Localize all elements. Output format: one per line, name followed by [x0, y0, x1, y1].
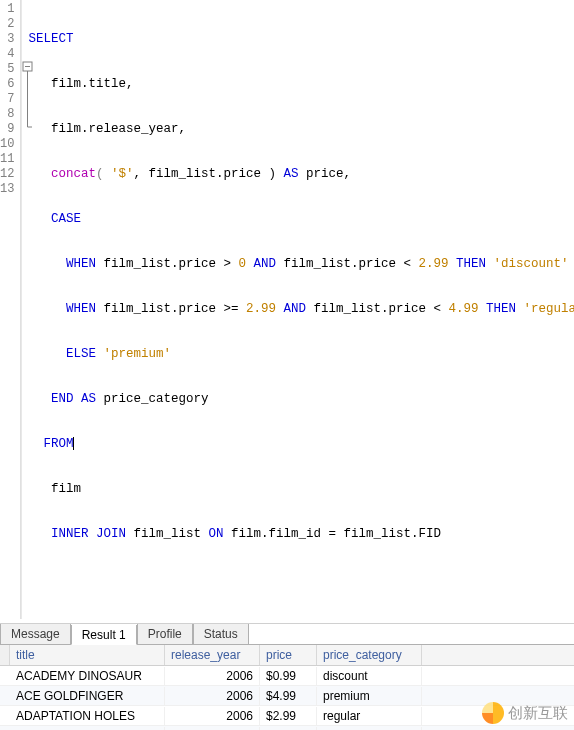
grid-header: title release_year price price_category: [0, 645, 574, 666]
sql-editor[interactable]: 12345678910111213 SELECT film.title, fil…: [0, 0, 574, 619]
cell-title[interactable]: AFFAIR PREJUDICE: [10, 727, 165, 731]
tab-profile[interactable]: Profile: [137, 624, 193, 644]
cell-title[interactable]: ACADEMY DINOSAUR: [10, 667, 165, 685]
cell-year[interactable]: 2006: [165, 727, 260, 731]
tab-message[interactable]: Message: [0, 624, 71, 644]
watermark-icon: [482, 702, 504, 724]
cell-price[interactable]: $2.99: [260, 727, 317, 731]
code-area[interactable]: SELECT film.title, film.release_year, co…: [22, 0, 574, 619]
cell-price[interactable]: $4.99: [260, 687, 317, 705]
cell-year[interactable]: 2006: [165, 667, 260, 685]
line-number-gutter: 12345678910111213: [0, 0, 21, 619]
cell-category[interactable]: regular: [317, 707, 422, 725]
watermark: 创新互联: [482, 702, 568, 724]
cell-category[interactable]: premium: [317, 687, 422, 705]
column-header-release-year[interactable]: release_year: [165, 645, 260, 665]
cell-title[interactable]: ACE GOLDFINGER: [10, 687, 165, 705]
table-row[interactable]: ACADEMY DINOSAUR2006$0.99discount: [0, 666, 574, 686]
cell-year[interactable]: 2006: [165, 687, 260, 705]
row-header-corner: [0, 645, 10, 665]
cell-category[interactable]: discount: [317, 667, 422, 685]
column-header-price-category[interactable]: price_category: [317, 645, 422, 665]
tab-status[interactable]: Status: [193, 624, 249, 644]
fold-gutter[interactable]: [21, 0, 22, 619]
tab-result-1[interactable]: Result 1: [71, 625, 137, 645]
column-header-title[interactable]: title: [10, 645, 165, 665]
cell-title[interactable]: ADAPTATION HOLES: [10, 707, 165, 725]
cell-year[interactable]: 2006: [165, 707, 260, 725]
table-row[interactable]: AFFAIR PREJUDICE2006$2.99regular: [0, 726, 574, 730]
cell-price[interactable]: $2.99: [260, 707, 317, 725]
result-tabs: Message Result 1 Profile Status: [0, 623, 574, 645]
column-header-price[interactable]: price: [260, 645, 317, 665]
cell-price[interactable]: $0.99: [260, 667, 317, 685]
cell-category[interactable]: regular: [317, 727, 422, 731]
watermark-text: 创新互联: [508, 704, 568, 723]
